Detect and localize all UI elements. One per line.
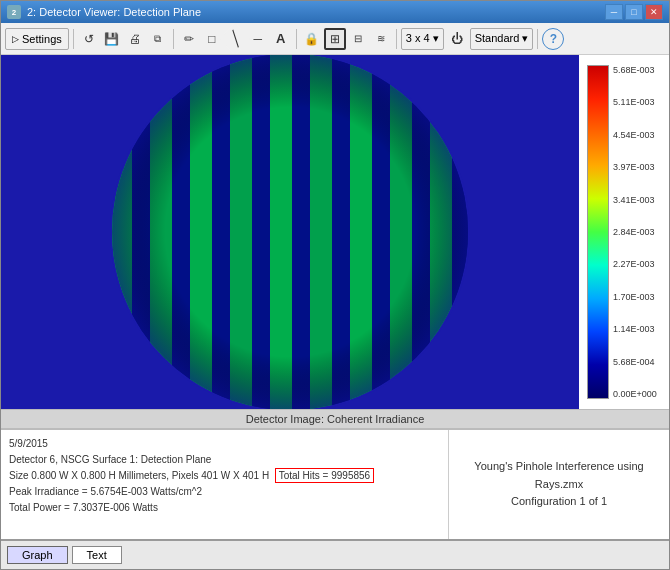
settings-button[interactable]: ▷ Settings: [5, 28, 69, 50]
colorbar-label-0: 5.68E-003: [613, 65, 657, 75]
split-button[interactable]: ⊟: [347, 28, 369, 50]
plot-area: [1, 55, 579, 409]
toolbar-separator-1: [73, 29, 74, 49]
info-left: 5/9/2015 Detector 6, NSCG Surface 1: Det…: [1, 430, 449, 539]
circular-plot: [110, 55, 470, 409]
maximize-button[interactable]: □: [625, 4, 643, 20]
info-right: Young's Pinhole Interference using Rays.…: [449, 430, 669, 539]
caption-text: Detector Image: Coherent Irradiance: [246, 413, 425, 425]
colorbar-label-9: 5.68E-004: [613, 357, 657, 367]
date-text: 5/9/2015: [9, 436, 440, 452]
toolbar: ▷ Settings ↺ 💾 🖨 ⧉ ✏ □ ╱ ─ A 🔒 ⊞ ⊟ ≋ 3 x…: [1, 23, 669, 55]
main-content: 5.68E-003 5.11E-003 4.54E-003 3.97E-003 …: [1, 55, 669, 569]
text-button[interactable]: A: [270, 28, 292, 50]
settings-label: Settings: [22, 33, 62, 45]
total-hits-prefix: Total Hits =: [279, 470, 332, 481]
close-button[interactable]: ✕: [645, 4, 663, 20]
colorbar-label-10: 0.00E+000: [613, 389, 657, 399]
info-panel: 5/9/2015 Detector 6, NSCG Surface 1: Det…: [1, 429, 669, 539]
colorbar-area: 5.68E-003 5.11E-003 4.54E-003 3.97E-003 …: [579, 55, 669, 409]
colorbar-label-7: 1.70E-003: [613, 292, 657, 302]
refresh-button[interactable]: ↺: [78, 28, 100, 50]
colorbar-gradient: [587, 65, 609, 399]
svg-point-22: [112, 55, 468, 409]
info-line3: Peak Irradiance = 5.6754E-003 Watts/cm^2: [9, 484, 440, 500]
toolbar-group-1: ↺ 💾 🖨 ⧉: [78, 28, 169, 50]
title-bar-buttons: ─ □ ✕: [605, 4, 663, 20]
print-button[interactable]: 🖨: [124, 28, 146, 50]
waves-button[interactable]: ≋: [370, 28, 392, 50]
main-window: 2 2: Detector Viewer: Detection Plane ─ …: [0, 0, 670, 570]
graph-tab[interactable]: Graph: [7, 546, 68, 564]
colorbar-label-6: 2.27E-003: [613, 259, 657, 269]
info-right-text: Young's Pinhole Interference using Rays.…: [459, 458, 659, 511]
info-right-line1: Young's Pinhole Interference using Rays.…: [459, 458, 659, 493]
power-button[interactable]: ⏻: [446, 28, 468, 50]
help-button[interactable]: ?: [542, 28, 564, 50]
line-button[interactable]: ╱: [219, 23, 250, 54]
window-title: 2: Detector Viewer: Detection Plane: [27, 6, 201, 18]
lock-button[interactable]: 🔒: [301, 28, 323, 50]
info-line2: Size 0.800 W X 0.800 H Millimeters, Pixe…: [9, 468, 440, 484]
total-hits-value: 9995856: [331, 470, 370, 481]
colorbar-label-1: 5.11E-003: [613, 97, 657, 107]
colorbar-label-8: 1.14E-003: [613, 324, 657, 334]
toolbar-separator-4: [396, 29, 397, 49]
colorbar-container: 5.68E-003 5.11E-003 4.54E-003 3.97E-003 …: [587, 65, 657, 399]
text-tab[interactable]: Text: [72, 546, 122, 564]
toolbar-separator-3: [296, 29, 297, 49]
pencil-button[interactable]: ✏: [178, 28, 200, 50]
toolbar-group-3: 🔒 ⊞ ⊟ ≋: [301, 28, 392, 50]
grid-dropdown[interactable]: 3 x 4 ▾: [401, 28, 444, 50]
title-bar-left: 2 2: Detector Viewer: Detection Plane: [7, 5, 201, 19]
bottom-bar: Graph Text: [1, 539, 669, 569]
viewer-area: 5.68E-003 5.11E-003 4.54E-003 3.97E-003 …: [1, 55, 669, 409]
standard-dropdown[interactable]: Standard ▾: [470, 28, 534, 50]
copy-button[interactable]: ⧉: [147, 28, 169, 50]
info-line2-text: Size 0.800 W X 0.800 H Millimeters, Pixe…: [9, 470, 269, 481]
total-hits-box: Total Hits = 9995856: [275, 468, 374, 483]
colorbar-label-4: 3.41E-003: [613, 195, 657, 205]
colorbar-labels: 5.68E-003 5.11E-003 4.54E-003 3.97E-003 …: [613, 65, 657, 399]
grid-active-button[interactable]: ⊞: [324, 28, 346, 50]
window-icon: 2: [7, 5, 21, 19]
info-line4: Total Power = 7.3037E-006 Watts: [9, 500, 440, 516]
toolbar-separator-5: [537, 29, 538, 49]
colorbar-label-3: 3.97E-003: [613, 162, 657, 172]
toolbar-group-2: ✏ □ ╱ ─ A: [178, 28, 292, 50]
colorbar-label-2: 4.54E-003: [613, 130, 657, 140]
minimize-button[interactable]: ─: [605, 4, 623, 20]
info-line1: Detector 6, NSCG Surface 1: Detection Pl…: [9, 452, 440, 468]
save-button[interactable]: 💾: [101, 28, 123, 50]
colorbar-label-5: 2.84E-003: [613, 227, 657, 237]
title-bar: 2 2: Detector Viewer: Detection Plane ─ …: [1, 1, 669, 23]
caption-bar: Detector Image: Coherent Irradiance: [1, 409, 669, 429]
info-right-line2: Configuration 1 of 1: [459, 493, 659, 511]
interference-svg: [110, 55, 470, 409]
toolbar-separator-2: [173, 29, 174, 49]
